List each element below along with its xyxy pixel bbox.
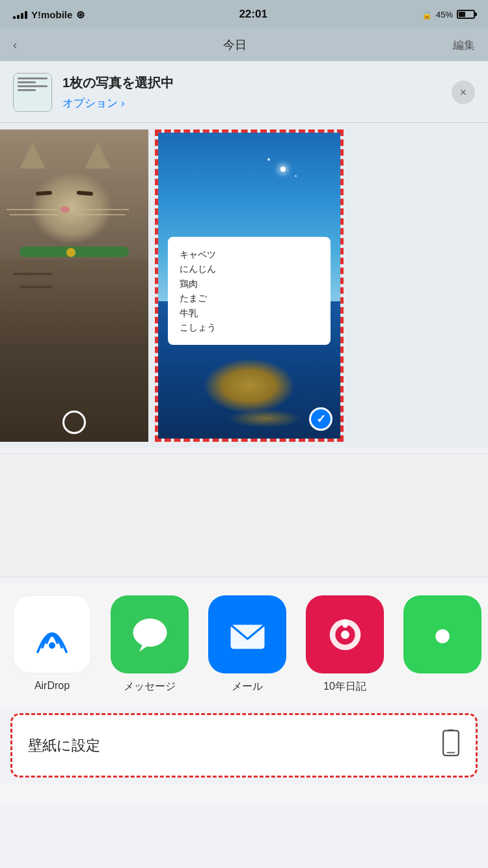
bottom-safe-area: [0, 784, 488, 804]
tenyear-label: 10年日記: [323, 680, 366, 694]
svg-rect-9: [443, 731, 459, 755]
nav-bar: ‹ 今日 編集: [0, 29, 488, 61]
svg-rect-11: [448, 729, 454, 731]
status-bar: Y!mobile ⊛ 22:01 🔒 45%: [0, 0, 488, 29]
app-item-tenyear[interactable]: 10年日記: [306, 595, 384, 694]
nav-title: 今日: [223, 37, 247, 53]
tenyear-app-icon: [306, 595, 384, 673]
photos-extra: [344, 129, 488, 442]
app-item-mail[interactable]: メール: [208, 595, 286, 694]
status-time: 22:01: [239, 8, 267, 21]
nav-action-button[interactable]: 編集: [453, 38, 475, 53]
photos-row: キャベツ にんじん 鶏肉 たまご 牛乳 こしょう ✓: [0, 123, 488, 448]
status-left: Y!mobile ⊛: [13, 8, 85, 21]
nav-back-button[interactable]: ‹: [13, 38, 17, 52]
share-info: 1枚の写真を選択中 オプション ›: [62, 74, 452, 111]
app-item-extra[interactable]: ●: [403, 595, 481, 694]
wallpaper-action-label: 壁紙に設定: [28, 736, 100, 755]
svg-rect-10: [447, 752, 455, 753]
app-item-messages[interactable]: メッセージ: [111, 595, 189, 694]
tenyear-icon-svg: [324, 614, 366, 656]
svg-point-1: [49, 642, 55, 649]
status-right: 🔒 45%: [422, 10, 475, 20]
photo-ocean-selected[interactable]: キャベツ にんじん 鶏肉 たまご 牛乳 こしょう ✓: [155, 129, 344, 442]
wallpaper-action-row[interactable]: 壁紙に設定: [10, 713, 478, 778]
wifi-icon: ⊛: [76, 8, 85, 21]
ocean-sun: [280, 167, 286, 172]
overlay-line-2: にんじん: [180, 262, 319, 276]
lock-icon: 🔒: [422, 10, 432, 20]
share-sheet: 1枚の写真を選択中 オプション › ×: [0, 61, 488, 868]
share-close-button[interactable]: ×: [452, 81, 475, 104]
apps-section: AirDrop メッセージ: [0, 582, 488, 707]
apps-row: AirDrop メッセージ: [13, 595, 488, 694]
share-options-button[interactable]: オプション ›: [62, 96, 452, 111]
overlay-line-5: 牛乳: [180, 306, 319, 320]
overlay-line-6: こしょう: [180, 320, 319, 334]
wallpaper-phone-icon: [442, 729, 460, 761]
messages-icon-svg: [129, 614, 171, 656]
overlay-line-3: 鶏肉: [180, 277, 319, 291]
battery-percent: 45%: [436, 10, 453, 20]
text-overlay: キャベツ にんじん 鶏肉 たまご 牛乳 こしょう: [168, 237, 331, 345]
svg-point-7: [341, 631, 349, 639]
share-title: 1枚の写真を選択中: [62, 74, 452, 92]
carrier-label: Y!mobile: [31, 9, 72, 20]
app-item-airdrop[interactable]: AirDrop: [13, 595, 91, 694]
photo-cat[interactable]: [0, 129, 148, 442]
svg-rect-8: [342, 619, 348, 627]
mail-icon-svg: [226, 614, 269, 656]
photo-selected-badge: ✓: [309, 407, 332, 431]
share-thumbnail: [13, 73, 52, 112]
overlay-line-1: キャベツ: [180, 247, 319, 262]
share-header: 1枚の写真を選択中 オプション › ×: [0, 61, 488, 123]
messages-app-icon: [111, 595, 189, 673]
messages-label: メッセージ: [124, 680, 176, 694]
signal-bars-icon: [13, 10, 27, 19]
battery-icon: [457, 10, 475, 19]
svg-point-2: [133, 618, 167, 646]
airdrop-label: AirDrop: [34, 680, 70, 692]
photo-unselected-badge[interactable]: [62, 411, 86, 434]
airdrop-app-icon: [13, 595, 91, 673]
mail-app-icon: [208, 595, 286, 673]
mail-label: メール: [232, 680, 263, 694]
overlay-line-4: たまご: [180, 291, 319, 305]
empty-area: [0, 454, 488, 577]
airdrop-icon-svg: [29, 612, 75, 657]
extra-app-icon: ●: [403, 595, 481, 673]
